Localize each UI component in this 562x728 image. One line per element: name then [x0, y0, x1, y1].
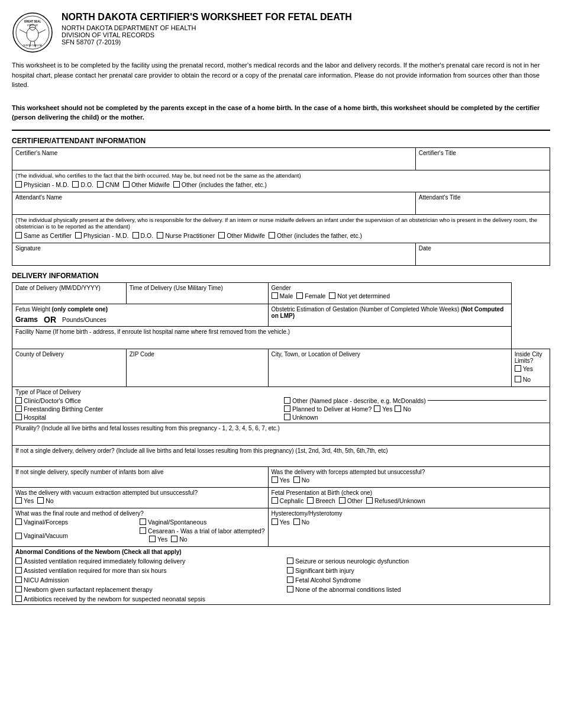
cb-yes-city[interactable]: Yes	[515, 365, 533, 372]
cb-att-do[interactable]: D.O.	[133, 232, 154, 239]
cb-seizure[interactable]: Seizure or serious neurologic dysfunctio…	[287, 558, 547, 565]
cb-hyst-no[interactable]: No	[293, 518, 309, 526]
checkbox-cesarean-no[interactable]	[171, 536, 177, 542]
checkbox-yes-city[interactable]	[515, 365, 521, 372]
checkbox-assisted-vent-immed[interactable]	[15, 558, 22, 564]
cb-freestanding[interactable]: Freestanding Birthing Center	[15, 405, 278, 413]
cb-clinic[interactable]: Clinic/Doctor's Office	[15, 397, 278, 404]
checkbox-hyst-no[interactable]	[293, 518, 300, 525]
checkbox-seizure[interactable]	[287, 558, 293, 564]
checkbox-att-other-midwife[interactable]	[218, 232, 225, 239]
state-seal-icon: GREAT SEAL STATE OF NORTH DAKOTA	[12, 12, 53, 53]
checkbox-other-certifier[interactable]	[173, 181, 180, 188]
checkbox-significant-birth[interactable]	[287, 567, 293, 574]
cb-female[interactable]: Female	[296, 292, 325, 299]
cb-nicu[interactable]: NICU Admission	[15, 576, 275, 584]
cb-no-city[interactable]: No	[515, 376, 531, 383]
checkbox-other-fetal[interactable]	[339, 497, 345, 504]
checkbox-cesarean[interactable]	[140, 527, 146, 534]
cb-other-midwife[interactable]: Other Midwife	[123, 181, 170, 188]
checkbox-other-midwife[interactable]	[123, 181, 130, 188]
checkbox-hospital[interactable]	[15, 414, 22, 420]
cb-cesarean-yes[interactable]: Yes	[149, 536, 167, 543]
cb-significant-birth[interactable]: Significant birth injury	[287, 567, 547, 574]
cb-cesarean[interactable]: Cesarean - Was a trial of labor attempte…	[140, 527, 264, 534]
cb-cnm[interactable]: CNM	[97, 181, 119, 188]
checkbox-do[interactable]	[72, 181, 79, 188]
checkbox-no-city[interactable]	[515, 376, 521, 382]
cb-other-certifier[interactable]: Other (includes the father, etc.)	[173, 181, 267, 188]
cb-planned-home[interactable]: Planned to Deliver at Home?	[284, 405, 372, 413]
cb-forceps-no[interactable]: No	[293, 476, 309, 484]
cb-same-certifier[interactable]: Same as Certifier	[15, 232, 72, 239]
cb-not-determined[interactable]: Not yet determined	[329, 292, 390, 299]
checkbox-surfactant[interactable]	[15, 586, 22, 592]
cb-att-other-midwife[interactable]: Other Midwife	[218, 232, 265, 239]
checkbox-home-yes[interactable]	[374, 405, 380, 412]
cb-physician-md[interactable]: Physician - M.D.	[15, 181, 69, 188]
checkbox-vacuum-yes[interactable]	[15, 497, 22, 504]
checkbox-cephalic[interactable]	[272, 497, 278, 504]
cb-cesarean-no[interactable]: No	[171, 536, 187, 543]
cb-home-no[interactable]: No	[395, 405, 411, 413]
checkbox-refused-unknown[interactable]	[366, 497, 373, 504]
cb-other-named[interactable]: Other (Named place - describe, e.g. McDo…	[284, 397, 547, 404]
checkbox-physician-md[interactable]	[15, 181, 22, 188]
checkbox-vacuum-no[interactable]	[37, 497, 44, 504]
checkbox-nicu[interactable]	[15, 576, 22, 583]
checkbox-freestanding[interactable]	[15, 405, 22, 412]
cb-unknown[interactable]: Unknown	[284, 414, 547, 421]
checkbox-not-determined[interactable]	[329, 292, 335, 299]
cb-fetal-alcohol[interactable]: Fetal Alcohol Syndrome	[287, 576, 547, 584]
checkbox-hyst-yes[interactable]	[272, 518, 278, 525]
cb-hyst-yes[interactable]: Yes	[272, 518, 290, 526]
cb-home-yes[interactable]: Yes	[374, 405, 392, 413]
checkbox-vaginal-forceps[interactable]	[15, 518, 22, 525]
checkbox-fetal-alcohol[interactable]	[287, 576, 293, 583]
cb-forceps-yes[interactable]: Yes	[272, 476, 290, 484]
cb-vaginal-vacuum[interactable]: Vaginal/Vacuum	[15, 527, 138, 545]
checkbox-vaginal-vacuum[interactable]	[15, 533, 22, 539]
cb-breech[interactable]: Breech	[307, 497, 335, 504]
cb-hospital[interactable]: Hospital	[15, 414, 278, 421]
checkbox-clinic[interactable]	[15, 397, 22, 404]
cb-antibiotics[interactable]: Antibiotics received by the newborn for …	[15, 595, 275, 603]
cb-vacuum-yes[interactable]: Yes	[15, 497, 34, 504]
cb-vaginal-forceps[interactable]: Vaginal/Forceps	[15, 518, 138, 526]
cb-surfactant[interactable]: Newborn given surfactant replacement the…	[15, 586, 275, 593]
checkbox-female[interactable]	[296, 292, 303, 299]
checkbox-cnm[interactable]	[97, 181, 104, 188]
checkbox-antibiotics[interactable]	[15, 595, 22, 602]
cb-vaginal-spontaneous[interactable]: Vaginal/Spontaneous	[140, 518, 264, 526]
checkbox-unknown[interactable]	[284, 414, 290, 420]
cb-vacuum-no[interactable]: No	[37, 497, 53, 504]
cb-other-fetal[interactable]: Other	[339, 497, 363, 504]
division-name: DIVISION OF VITAL RECORDS	[62, 31, 352, 38]
checkbox-assisted-vent-6hr[interactable]	[15, 567, 22, 574]
cb-do[interactable]: D.O.	[72, 181, 93, 188]
checkbox-forceps-yes[interactable]	[272, 476, 278, 483]
checkbox-male[interactable]	[272, 292, 278, 299]
checkbox-other-named[interactable]	[284, 397, 290, 404]
cb-nurse-practitioner[interactable]: Nurse Practitioner	[157, 232, 215, 239]
checkbox-forceps-no[interactable]	[293, 476, 300, 483]
cb-cephalic[interactable]: Cephalic	[272, 497, 304, 504]
cb-male[interactable]: Male	[272, 292, 293, 299]
cb-assisted-vent-immed[interactable]: Assisted ventilation required immediatel…	[15, 558, 275, 565]
checkbox-att-physician-md[interactable]	[75, 232, 82, 239]
cb-att-other[interactable]: Other (includes the father, etc.)	[269, 232, 362, 239]
cb-none-abnormal[interactable]: None of the abnormal conditions listed	[287, 586, 547, 593]
checkbox-nurse-practitioner[interactable]	[157, 232, 163, 239]
checkbox-same-certifier[interactable]	[15, 232, 22, 239]
checkbox-vaginal-spontaneous[interactable]	[140, 518, 146, 525]
checkbox-planned-home[interactable]	[284, 405, 290, 412]
cb-refused-unknown[interactable]: Refused/Unknown	[366, 497, 425, 504]
cb-att-physician-md[interactable]: Physician - M.D.	[75, 232, 128, 239]
checkbox-cesarean-yes[interactable]	[149, 536, 156, 542]
checkbox-home-no[interactable]	[395, 405, 401, 412]
checkbox-att-other[interactable]	[269, 232, 275, 239]
checkbox-att-do[interactable]	[133, 232, 139, 239]
cb-assisted-vent-6hr[interactable]: Assisted ventilation required for more t…	[15, 567, 275, 574]
checkbox-breech[interactable]	[307, 497, 314, 504]
checkbox-none-abnormal[interactable]	[287, 586, 293, 592]
